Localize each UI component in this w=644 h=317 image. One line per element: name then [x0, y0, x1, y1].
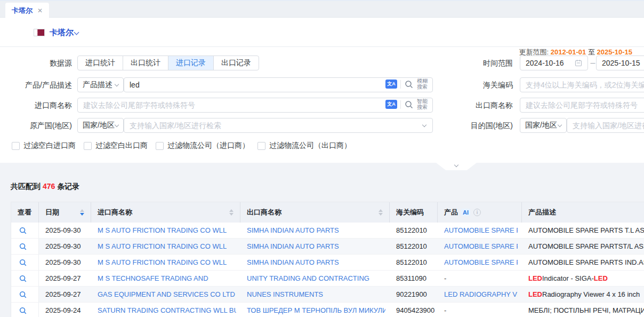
sort-asc-icon[interactable]: [229, 209, 234, 212]
filter-panel: 更新范围: 2012-01-01 至 2025-10-15 数据源 进口统计出口…: [0, 47, 644, 163]
collapse-handle[interactable]: [436, 163, 477, 170]
column-label: 产品描述: [528, 208, 556, 217]
checkbox-icon[interactable]: [257, 142, 265, 150]
cell-importer: M S AUTO FRICTION TRADING CO WLL: [91, 223, 240, 238]
column-header-date[interactable]: 日期: [39, 202, 91, 223]
sort-desc-icon[interactable]: [379, 213, 383, 216]
product-link[interactable]: AUTOMOBILE SPARE P...: [444, 226, 518, 234]
view-record-button[interactable]: [11, 303, 39, 317]
sort-control[interactable]: [379, 209, 383, 216]
country-header: 卡塔尔: [0, 18, 644, 47]
filter-checkbox-3[interactable]: 过滤物流公司（出口商）: [257, 141, 351, 150]
chevron-down-icon: [115, 122, 119, 126]
tab-qatar[interactable]: 卡塔尔 ✕: [5, 3, 49, 19]
view-record-button[interactable]: [11, 223, 39, 238]
cell-product-desc: МЕБЛІ; ПОСТІЛЬНІ РЕЧІ, МАТРАЦИ,...: [522, 303, 644, 317]
data-source-option-1[interactable]: 出口统计: [123, 56, 168, 70]
importer-input[interactable]: [77, 98, 433, 113]
destination-country-input[interactable]: [567, 118, 644, 133]
checkbox-icon[interactable]: [156, 142, 164, 150]
translate-icon[interactable]: 文A: [385, 80, 397, 89]
cell-product-desc: LED Radiography Viewer 4 x 16 inch: [522, 287, 644, 302]
sort-desc-icon[interactable]: [229, 213, 234, 216]
cell-hs-code: 85122010: [390, 223, 438, 238]
importer-link[interactable]: M S AUTO FRICTION TRADING CO WLL: [98, 226, 227, 234]
cell-product: AUTOMOBILE SPARE P...: [438, 223, 522, 238]
exporter-link[interactable]: UNITY TRADING AND CONTRACTING: [247, 274, 369, 282]
cell-date: 2025-09-27: [39, 271, 91, 286]
origin-type-value: 国家/地区: [83, 121, 115, 130]
result-count: 共匹配到476条记录: [11, 182, 79, 192]
table-row: 2025-09-30M S AUTO FRICTION TRADING CO W…: [11, 255, 644, 271]
date-from-input[interactable]: 2024-10-16: [520, 56, 588, 70]
exporter-link[interactable]: SIMHA INDIAN AUTO PARTS: [247, 242, 339, 250]
info-icon[interactable]: i: [473, 209, 481, 216]
product-link[interactable]: LED RADIOGRAPHY VI...: [444, 290, 518, 298]
column-header-product: 产品AIi: [438, 202, 522, 223]
chevron-down-icon[interactable]: [74, 30, 79, 35]
origin-type-select[interactable]: 国家/地区: [77, 118, 124, 133]
checkbox-icon[interactable]: [12, 142, 20, 150]
product-type-select[interactable]: 产品描述: [77, 77, 124, 92]
sort-asc-icon[interactable]: [379, 209, 383, 212]
view-record-button[interactable]: [11, 239, 39, 254]
date-to-value: 2025-10-15: [602, 59, 640, 67]
filter-checkbox-2[interactable]: 过滤物流公司（进口商）: [156, 141, 249, 150]
cell-product-desc: AUTOMOBILE SPARE PARTS T.L ASSY ...: [522, 223, 644, 238]
time-range-label: 时间范围: [437, 56, 513, 70]
view-record-button[interactable]: [11, 287, 39, 302]
column-header-hs-code: 海关编码: [390, 202, 438, 223]
sort-desc-icon[interactable]: [80, 213, 84, 216]
view-record-button[interactable]: [11, 271, 39, 286]
cell-importer: GAS EQUIPMENT AND SERVICES CO LTD: [91, 287, 240, 302]
update-range-from: 2012-01-01: [551, 48, 586, 56]
product-link[interactable]: AUTOMOBILE SPARE P...: [444, 242, 518, 250]
filter-checkbox-1[interactable]: 过滤空白出口商: [84, 141, 148, 150]
fuzzy-search-icon[interactable]: [404, 80, 414, 89]
data-source-option-2[interactable]: 进口记录: [168, 56, 214, 70]
importer-link[interactable]: M S AUTO FRICTION TRADING CO WLL: [98, 242, 227, 250]
sort-asc-icon[interactable]: [80, 209, 84, 212]
table-body: 2025-09-30M S AUTO FRICTION TRADING CO W…: [11, 223, 644, 317]
smart-search-icon[interactable]: [404, 100, 414, 109]
origin-country-input[interactable]: [124, 118, 433, 133]
table-header: 查看日期进口商名称出口商名称海关编码产品AIi产品描述: [11, 202, 644, 223]
data-source-option-0[interactable]: 进口统计: [77, 56, 123, 70]
column-header-importer[interactable]: 进口商名称: [91, 202, 240, 223]
column-header-exporter[interactable]: 出口商名称: [240, 202, 390, 223]
exporter-label: 出口商名称: [437, 98, 513, 113]
cell-importer: SATURN TRADING CONTRACTING WLL BUI...: [91, 303, 240, 317]
cell-hs-code: 85311090: [390, 271, 438, 286]
exporter-link[interactable]: NUNES INSTRUMENTS: [247, 290, 323, 298]
view-record-button[interactable]: [11, 255, 39, 270]
date-to-input[interactable]: 2025-10-15: [596, 56, 644, 70]
column-label: 查看: [18, 208, 31, 217]
exporter-link[interactable]: SIMHA INDIAN AUTO PARTS: [247, 258, 339, 266]
data-source-option-3[interactable]: 出口记录: [213, 56, 259, 70]
tab-close-icon[interactable]: ✕: [37, 7, 43, 14]
translate-icon[interactable]: 文A: [385, 100, 397, 109]
exporter-input[interactable]: [520, 98, 644, 113]
importer-link[interactable]: SATURN TRADING CONTRACTING WLL BUI...: [98, 306, 236, 314]
sort-control[interactable]: [80, 209, 84, 216]
importer-link[interactable]: M S AUTO FRICTION TRADING CO WLL: [98, 258, 227, 266]
importer-link[interactable]: M S TECHNOSAFE TRADING AND: [98, 274, 208, 282]
filter-checkbox-row: 过滤空白进口商过滤空白出口商过滤物流公司（进口商）过滤物流公司（出口商）: [12, 141, 351, 150]
importer-link[interactable]: GAS EQUIPMENT AND SERVICES CO LTD: [98, 290, 235, 298]
cell-product: -: [438, 271, 522, 286]
calendar-icon[interactable]: [575, 59, 582, 67]
hs-code-input[interactable]: [520, 77, 644, 92]
cell-exporter: SIMHA INDIAN AUTO PARTS: [240, 255, 390, 270]
fuzzy-search-label[interactable]: 模糊搜索: [417, 78, 429, 90]
cell-exporter: ТОВ ШРЕДЕР М ТЕРНОПІЛЬ ВУЛ МИКУЛИ...: [240, 303, 390, 317]
product-link[interactable]: AUTOMOBILE SPARE P...: [444, 258, 518, 266]
smart-search-label[interactable]: 智能搜索: [417, 99, 429, 110]
checkbox-icon[interactable]: [84, 142, 92, 150]
destination-type-select[interactable]: 国家/地区: [520, 118, 567, 133]
update-range-label: 更新范围:: [519, 48, 549, 56]
sort-control[interactable]: [229, 209, 234, 216]
filter-checkbox-0[interactable]: 过滤空白进口商: [12, 141, 76, 150]
exporter-link[interactable]: ТОВ ШРЕДЕР М ТЕРНОПІЛЬ ВУЛ МИКУЛИ...: [247, 306, 385, 314]
records-table: 查看日期进口商名称出口商名称海关编码产品AIi产品描述 2025-09-30M …: [11, 202, 644, 317]
exporter-link[interactable]: SIMHA INDIAN AUTO PARTS: [247, 226, 339, 234]
